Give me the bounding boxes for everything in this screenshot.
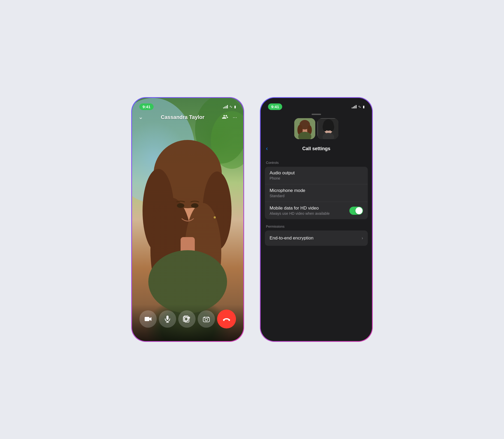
right-phone-inner: 9:41 ∿ ▮ <box>261 98 372 341</box>
call-controls <box>132 304 243 341</box>
svg-rect-16 <box>145 317 149 321</box>
status-bar-left: 9:41 ∿ ▮ <box>132 98 243 112</box>
time-right: 9:41 <box>268 103 282 110</box>
status-icons-left: ∿ ▮ <box>223 104 236 109</box>
participant-photo-1 <box>294 118 315 139</box>
participant-thumb-2[interactable] <box>317 118 338 139</box>
status-bar-right: 9:41 ∿ ▮ <box>261 98 372 112</box>
permissions-section-label: Permissions <box>261 219 372 231</box>
caller-name: Cassandra Taylor <box>161 114 204 120</box>
effects-button[interactable] <box>178 310 196 328</box>
participants-bar <box>261 115 372 142</box>
mobile-data-row[interactable]: Mobile data for HD video Always use HD v… <box>265 202 368 219</box>
end-to-end-row[interactable]: End-to-end encryption › <box>265 231 368 246</box>
microphone-mode-row[interactable]: Microphone mode Standard <box>265 184 368 202</box>
microphone-mode-subtitle: Standard <box>270 194 305 198</box>
end-call-button[interactable] <box>217 310 236 328</box>
chevron-right-icon: › <box>362 236 363 241</box>
svg-rect-24 <box>203 317 209 322</box>
microphone-mode-title: Microphone mode <box>270 188 305 193</box>
mobile-data-subtitle: Always use HD video when available <box>270 211 330 216</box>
svg-point-25 <box>205 318 208 321</box>
participant-photo-2 <box>317 118 338 139</box>
battery-icon: ▮ <box>234 105 236 109</box>
time-left: 9:41 <box>139 103 154 110</box>
call-header-actions: ··· <box>222 114 237 121</box>
status-icons-right: ∿ ▮ <box>352 104 365 109</box>
settings-title: Call settings <box>302 146 330 151</box>
permissions-group: End-to-end encryption › <box>265 231 368 246</box>
chevron-down-icon[interactable]: ⌄ <box>138 114 143 121</box>
settings-content: Controls Audio output Phone Microphone m… <box>261 155 372 341</box>
svg-rect-17 <box>166 316 169 320</box>
mic-button[interactable] <box>159 310 176 328</box>
battery-icon-right: ▮ <box>363 105 365 109</box>
svg-point-38 <box>329 123 334 131</box>
controls-group: Audio output Phone Microphone mode Stand… <box>265 167 368 219</box>
video-button[interactable] <box>139 310 157 328</box>
back-button[interactable]: ‹ <box>266 145 268 152</box>
left-phone-inner: 9:41 ∿ ▮ ⌄ Cassandra Taylor <box>132 98 243 341</box>
svg-point-26 <box>223 320 225 321</box>
svg-point-23 <box>188 317 190 319</box>
wifi-icon: ∿ <box>229 104 233 109</box>
call-header: ⌄ Cassandra Taylor ··· <box>132 114 243 121</box>
mobile-data-title: Mobile data for HD video <box>270 206 330 211</box>
more-icon[interactable]: ··· <box>233 114 237 120</box>
audio-output-subtitle: Phone <box>270 176 295 180</box>
end-to-end-title: End-to-end encryption <box>270 236 313 241</box>
participant-thumb-1[interactable] <box>294 118 315 139</box>
mobile-data-toggle[interactable] <box>349 207 363 215</box>
audio-output-title: Audio output <box>270 170 295 176</box>
settings-nav: ‹ Call settings <box>261 142 372 155</box>
left-phone-frame: 9:41 ∿ ▮ ⌄ Cassandra Taylor <box>131 97 244 342</box>
signal-icon-right <box>352 105 356 108</box>
right-phone-frame: 9:41 ∿ ▮ <box>260 97 373 342</box>
audio-output-row[interactable]: Audio output Phone <box>265 167 368 184</box>
signal-icon <box>223 105 228 108</box>
controls-section-label: Controls <box>261 155 372 167</box>
svg-point-27 <box>229 320 230 321</box>
add-person-icon[interactable] <box>222 114 228 121</box>
flip-camera-button[interactable] <box>198 310 215 328</box>
wifi-icon-right: ∿ <box>358 104 361 109</box>
svg-point-37 <box>323 123 327 131</box>
